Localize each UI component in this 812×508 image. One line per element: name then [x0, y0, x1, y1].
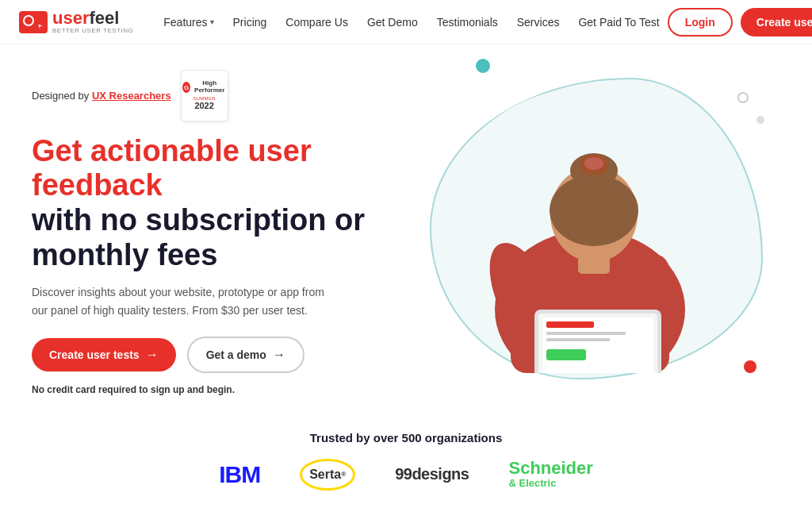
hero-subtext: Discover insights about your website, pr… [32, 283, 333, 319]
arrow-right-icon: → [273, 348, 285, 362]
trusted-title: Trusted by over 500 organizations [310, 431, 503, 444]
nav-pricing[interactable]: Pricing [225, 10, 275, 35]
hero-image-area [412, 44, 780, 413]
svg-rect-13 [546, 321, 594, 328]
logo-cursor-icon [38, 25, 43, 29]
nav-actions: Login Create user tests [668, 8, 812, 37]
nav-links: Features ▾ Pricing Compare Us Get Demo T… [155, 10, 667, 35]
nav-get-paid[interactable]: Get Paid To Test [570, 10, 667, 35]
arrow-right-icon: → [146, 348, 159, 362]
hero-section: Designed by UX Researchers G High Perfor… [0, 44, 812, 413]
navbar: userfeel BETTER USER TESTING Features ▾ … [0, 0, 812, 44]
headline-dark: with no subscription or monthly fees [32, 203, 396, 272]
hero-blob [430, 78, 763, 379]
logo-icon [19, 11, 48, 33]
headline-accent: Get actionable user feedback [32, 134, 396, 203]
trusted-section: Trusted by over 500 organizations IBM Se… [0, 413, 812, 508]
hero-headline: Get actionable user feedback with no sub… [32, 134, 396, 273]
g2-badge: G High Performer SUMMER 2022 [181, 70, 228, 121]
login-button[interactable]: Login [668, 8, 733, 37]
logo-name: userfeel [52, 10, 133, 27]
schneider-logo: Schneider & Electric [508, 460, 592, 489]
decorative-dot-white-2 [756, 116, 764, 124]
person-illustration [431, 79, 749, 373]
logo-tagline: BETTER USER TESTING [52, 27, 133, 34]
logos-row: IBM Serta® 99designs Schneider & Electri… [219, 459, 593, 491]
nav-create-button[interactable]: Create user tests [741, 8, 812, 37]
99designs-logo: 99designs [395, 465, 469, 483]
chevron-down-icon: ▾ [210, 17, 214, 26]
ibm-logo: IBM [219, 461, 260, 488]
nav-testimonials[interactable]: Testimonials [429, 10, 506, 35]
decorative-dot-teal [476, 59, 490, 73]
designed-text: Designed by UX Researchers [32, 90, 171, 102]
g2-top: G High Performer [182, 80, 226, 94]
g2-performer-label: High Performer [193, 80, 226, 94]
svg-point-7 [550, 175, 638, 246]
g2-icon: G [182, 82, 190, 93]
svg-point-6 [584, 157, 603, 170]
nav-demo[interactable]: Get Demo [359, 10, 426, 35]
nav-services[interactable]: Services [509, 10, 568, 35]
svg-rect-14 [546, 332, 626, 335]
g2-year: 2022 [194, 101, 213, 110]
designed-by-row: Designed by UX Researchers G High Perfor… [32, 70, 396, 121]
no-credit-text: No credit card required to sign up and b… [32, 384, 396, 395]
svg-rect-8 [578, 250, 610, 274]
svg-rect-15 [546, 338, 610, 341]
hero-demo-button[interactable]: Get a demo → [187, 337, 304, 373]
nav-compare[interactable]: Compare Us [278, 10, 356, 35]
hero-buttons: Create user tests → Get a demo → [32, 337, 396, 373]
nav-features[interactable]: Features ▾ [155, 10, 221, 35]
hero-create-button[interactable]: Create user tests → [32, 338, 176, 371]
hero-content: Designed by UX Researchers G High Perfor… [32, 62, 396, 396]
logo-text: userfeel BETTER USER TESTING [52, 10, 133, 34]
logo[interactable]: userfeel BETTER USER TESTING [19, 10, 133, 34]
svg-rect-16 [546, 349, 586, 360]
serta-logo: Serta® [300, 459, 355, 491]
